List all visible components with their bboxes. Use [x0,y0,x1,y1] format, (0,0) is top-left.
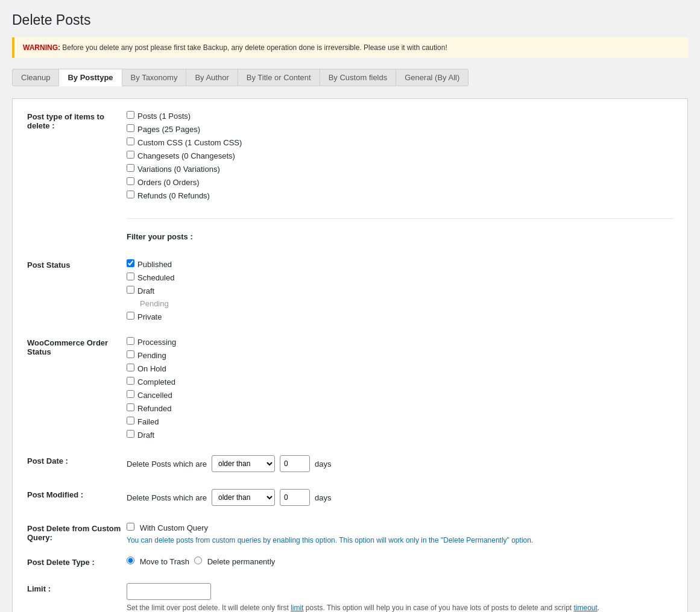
post-date-days-input[interactable] [280,455,310,472]
tab-by-custom-fields[interactable]: By Custom fields [320,69,397,86]
filter-divider [127,218,673,219]
checkbox-posts[interactable] [127,111,134,119]
tab-by-title-content[interactable]: By Title or Content [238,69,320,86]
custom-query-help: You can delete posts from custom queries… [127,536,673,544]
checkbox-woo-refunded[interactable] [127,403,134,411]
checkbox-woo-pending[interactable] [127,350,134,358]
checkbox-woo-failed[interactable] [127,417,134,424]
post-modified-suffix: days [315,493,331,502]
status-published[interactable]: Published [127,259,673,269]
post-type-refunds[interactable]: Refunds (0 Refunds) [127,191,673,200]
checkbox-woo-completed[interactable] [127,377,134,385]
tab-general-by-all[interactable]: General (By All) [396,69,468,86]
post-type-label: Post type of items to delete : [27,111,127,130]
tab-by-posttype[interactable]: By Posttype [58,69,122,86]
tab-by-author[interactable]: By Author [186,69,238,86]
woo-pending[interactable]: Pending [127,350,673,360]
delete-type-permanent[interactable]: Delete permanently [194,557,275,566]
checkbox-custom-css[interactable] [127,137,134,145]
tab-by-taxonomy[interactable]: By Taxonomy [122,69,187,86]
checkbox-pages[interactable] [127,124,134,132]
woo-order-status-field: Processing Pending On Hold Completed Can… [127,337,673,443]
limit-field: Set the limit over post delete. It will … [127,583,673,612]
post-modified-select[interactable]: older than younger than [212,489,275,506]
post-date-group: Delete Posts which are older than younge… [127,455,673,472]
checkbox-refunds[interactable] [127,191,134,198]
timeout-link: timeout [573,604,597,612]
checkbox-changesets[interactable] [127,151,134,159]
woo-draft[interactable]: Draft [127,430,673,440]
status-draft[interactable]: Draft [127,286,673,295]
post-type-posts[interactable]: Posts (1 Posts) [127,111,673,121]
woo-completed[interactable]: Completed [127,377,673,386]
post-type-custom-css[interactable]: Custom CSS (1 Custom CSS) [127,137,673,147]
checkbox-custom-query[interactable] [127,523,134,531]
status-private[interactable]: Private [127,312,673,321]
woo-processing[interactable]: Processing [127,337,673,347]
checkbox-draft[interactable] [127,286,134,294]
custom-query-checkbox-label[interactable]: With Custom Query [127,523,673,532]
post-type-variations[interactable]: Variations (0 Variations) [127,164,673,174]
main-content: Post type of items to delete : Posts (1 … [12,98,688,612]
delete-type-group: Move to Trash Delete permanently [127,557,673,566]
post-type-row: Post type of items to delete : Posts (1 … [27,111,673,204]
post-modified-label: Post Modified : [27,489,127,499]
woo-refunded[interactable]: Refunded [127,403,673,413]
filter-header: Filter your posts : [127,229,673,247]
post-status-row: Post Status Published Scheduled Draft Pe… [27,259,673,325]
status-pending-label: Pending [140,299,673,308]
warning-prefix: WARNING: [23,43,60,52]
status-scheduled[interactable]: Scheduled [127,273,673,282]
filter-row: Filter your posts : [27,216,673,247]
checkbox-woo-on-hold[interactable] [127,364,134,371]
checkbox-scheduled[interactable] [127,273,134,280]
custom-query-label: Post Delete from Custom Query: [27,523,127,542]
limit-input[interactable] [127,583,211,600]
checkbox-woo-cancelled[interactable] [127,390,134,398]
post-date-field: Delete Posts which are older than younge… [127,455,673,477]
tabs-bar: Cleanup By Posttype By Taxonomy By Autho… [12,69,688,86]
checkbox-published[interactable] [127,259,134,267]
checkbox-woo-processing[interactable] [127,337,134,345]
limit-row: Limit : Set the limit over post delete. … [27,583,673,612]
post-type-changesets[interactable]: Changesets (0 Changesets) [127,151,673,160]
delete-type-label: Post Delete Type : [27,557,127,567]
warning-box: WARNING: Before you delete any post plea… [12,37,688,58]
post-date-select[interactable]: older than younger than [212,455,275,472]
post-date-label: Post Date : [27,455,127,465]
checkbox-private[interactable] [127,312,134,320]
post-modified-prefix: Delete Posts which are [127,493,207,502]
woo-cancelled[interactable]: Cancelled [127,390,673,400]
post-modified-field: Delete Posts which are older than younge… [127,489,673,511]
delete-type-field: Move to Trash Delete permanently [127,557,673,571]
post-type-field: Posts (1 Posts) Pages (25 Pages) Custom … [127,111,673,204]
limit-help: Set the limit over post delete. It will … [127,604,673,612]
checkbox-variations[interactable] [127,164,134,172]
woo-failed[interactable]: Failed [127,417,673,426]
delete-type-trash[interactable]: Move to Trash [127,557,189,566]
page-title: Delete Posts [12,12,688,28]
radio-delete-permanently[interactable] [194,557,202,564]
post-modified-group: Delete Posts which are older than younge… [127,489,673,506]
custom-query-row: Post Delete from Custom Query: With Cust… [27,523,673,544]
post-status-field: Published Scheduled Draft Pending Privat… [127,259,673,325]
woo-order-status-row: WooCommerce Order Status Processing Pend… [27,337,673,443]
delete-type-row: Post Delete Type : Move to Trash Delete … [27,557,673,571]
tab-cleanup[interactable]: Cleanup [12,69,59,86]
limit-link: limit [291,604,303,612]
radio-move-to-trash[interactable] [127,557,134,564]
post-type-pages[interactable]: Pages (25 Pages) [127,124,673,134]
post-modified-days-input[interactable] [280,489,310,506]
limit-label: Limit : [27,583,127,593]
custom-query-checkbox-text: With Custom Query [140,523,208,532]
warning-text: Before you delete any post please first … [62,43,447,52]
checkbox-orders[interactable] [127,177,134,185]
checkbox-woo-draft[interactable] [127,430,134,438]
post-modified-row: Post Modified : Delete Posts which are o… [27,489,673,511]
post-status-label: Post Status [27,259,127,270]
woo-on-hold[interactable]: On Hold [127,364,673,373]
post-type-orders[interactable]: Orders (0 Orders) [127,177,673,187]
post-date-suffix: days [315,459,331,468]
post-date-row: Post Date : Delete Posts which are older… [27,455,673,477]
woo-order-status-label: WooCommerce Order Status [27,337,127,356]
